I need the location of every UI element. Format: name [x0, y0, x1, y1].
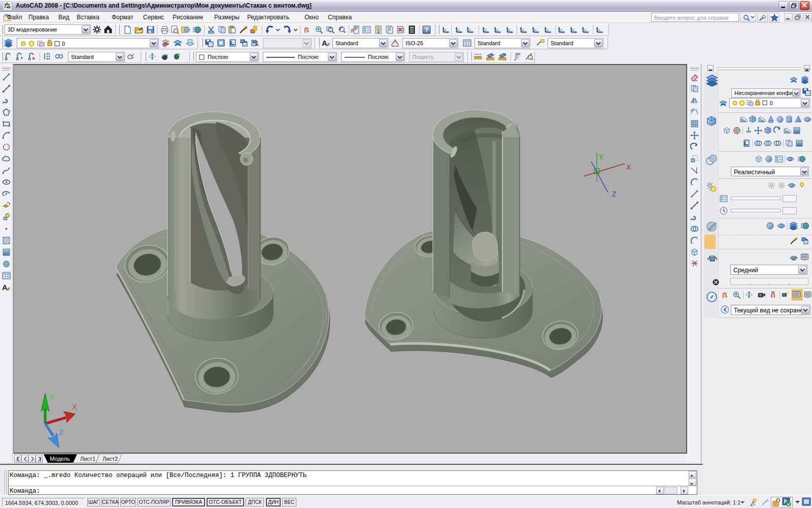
svg-text:Y: Y	[599, 153, 604, 161]
svg-text:0: 0	[770, 101, 773, 106]
svg-text:Y: Y	[49, 393, 54, 401]
svg-text:0: 0	[62, 41, 65, 47]
svg-text:X: X	[72, 402, 77, 411]
svg-text:Модель: Модель	[50, 456, 70, 462]
svg-text:Z: Z	[59, 428, 63, 436]
svg-text:Лист1: Лист1	[80, 456, 95, 462]
svg-text:Z: Z	[612, 190, 617, 198]
svg-text:X: X	[626, 163, 631, 171]
svg-text:Лист2: Лист2	[103, 456, 118, 462]
